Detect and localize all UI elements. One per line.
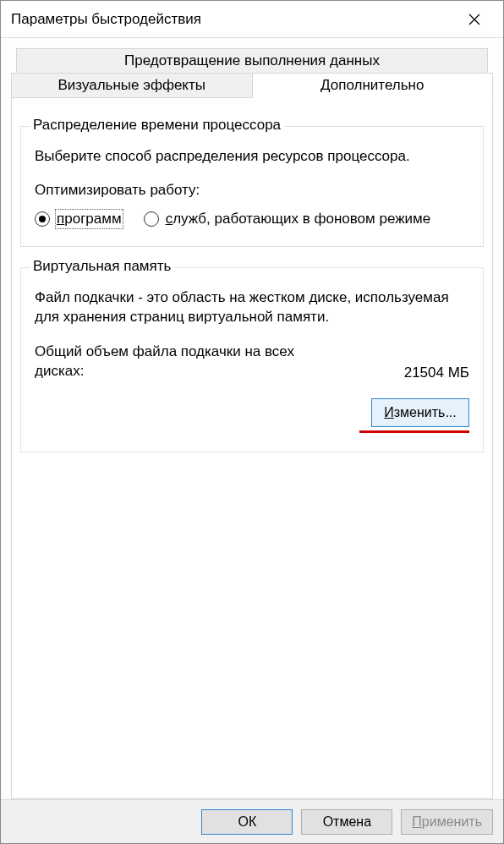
close-icon [468, 14, 480, 25]
processor-scheduling-group: Распределение времени процессора Выберит… [20, 126, 484, 247]
paging-file-total-value: 21504 МБ [404, 364, 469, 381]
content-area: Предотвращение выполнения данных Визуаль… [1, 38, 503, 799]
paging-file-total-label: Общий объем файла подкачки на всех диска… [35, 343, 314, 381]
change-button[interactable]: Изменить... [371, 398, 469, 427]
paging-file-total-row: Общий объем файла подкачки на всех диска… [35, 343, 469, 381]
dialog-footer: ОК Отмена Применить [1, 799, 503, 843]
cancel-button[interactable]: Отмена [301, 809, 392, 835]
processor-scheduling-legend: Распределение времени процессора [30, 117, 284, 134]
window-title: Параметры быстродействия [11, 11, 456, 28]
optimize-radio-group: программ служб, работающих в фоновом реж… [35, 211, 469, 227]
radio-programs[interactable]: программ [35, 211, 122, 227]
radio-services-label: служб, работающих в фоновом режиме [166, 211, 431, 227]
virtual-memory-group: Виртуальная память Файл подкачки - это о… [20, 267, 484, 452]
tab-dep[interactable]: Предотвращение выполнения данных [16, 48, 488, 73]
radio-background-services[interactable]: служб, работающих в фоновом режиме [144, 211, 431, 227]
radio-icon [144, 211, 159, 227]
tab-panel-advanced: Распределение времени процессора Выберит… [11, 97, 493, 799]
annotation-underline [359, 430, 469, 433]
tab-strip: Предотвращение выполнения данных Визуаль… [11, 48, 493, 98]
processor-scheduling-desc: Выберите способ распределения ресурсов п… [35, 147, 469, 167]
ok-button[interactable]: ОК [201, 809, 293, 835]
titlebar: Параметры быстродействия [1, 1, 503, 38]
performance-options-dialog: Параметры быстродействия Предотвращение … [0, 0, 504, 844]
optimize-label: Оптимизировать работу: [35, 182, 469, 199]
tab-visual-effects[interactable]: Визуальные эффекты [11, 73, 252, 98]
tab-advanced[interactable]: Дополнительно [252, 73, 494, 98]
radio-programs-label: программ [57, 211, 122, 227]
virtual-memory-legend: Виртуальная память [30, 258, 174, 275]
apply-button[interactable]: Применить [401, 809, 493, 835]
radio-icon [35, 211, 50, 227]
close-button[interactable] [456, 1, 493, 38]
virtual-memory-desc: Файл подкачки - это область на жестком д… [35, 288, 469, 327]
